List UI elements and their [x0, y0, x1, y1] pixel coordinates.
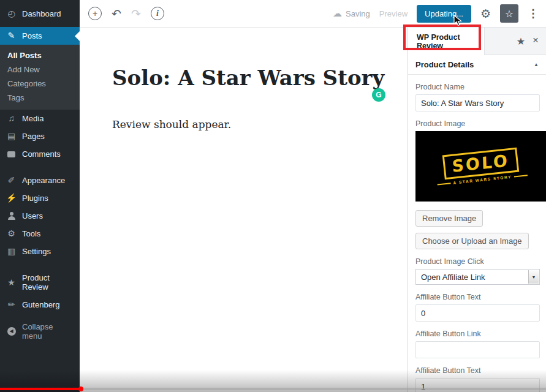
sidebar-item-label: Dashboard — [22, 9, 61, 18]
save-status: ☁ Saving — [333, 8, 370, 19]
sidebar-item-label: Pages — [22, 132, 45, 141]
appearance-brush-icon: ✐ — [6, 176, 17, 185]
star-icon: ☆ — [505, 8, 514, 20]
choose-upload-image-button[interactable]: Choose or Upload an Image — [415, 233, 529, 249]
gutenberg-pencil-icon: ✏ — [6, 300, 17, 309]
sidebar-item-label: Plugins — [22, 194, 48, 203]
sidebar-item-tools[interactable]: ⚙ Tools — [0, 225, 80, 243]
settings-gear-icon[interactable]: ⚙ — [480, 8, 491, 20]
product-image-click-label: Product Image Click — [415, 257, 540, 266]
panel-body: Product Name Product Image SOLO A STAR W… — [408, 83, 546, 392]
post-title[interactable]: Solo: A Star Wars Story — [112, 66, 384, 90]
sidebar-item-label: Posts — [22, 31, 42, 40]
collapse-caret-icon: ▲ — [534, 62, 539, 67]
sidebar-item-label: Gutenberg — [22, 300, 59, 309]
sidebar-item-label: Appearance — [22, 176, 65, 185]
wordpress-editor-screen: ◴ Dashboard ✎ Posts All Posts Add New Ca… — [0, 0, 546, 392]
posts-pin-icon: ✎ — [6, 31, 17, 40]
affiliate-button-link-label: Affiliate Button Link — [415, 330, 540, 338]
panel-close-icon[interactable]: × — [533, 34, 539, 47]
sidebar-item-settings[interactable]: ▥ Settings — [0, 243, 80, 260]
submenu-item-all-posts[interactable]: All Posts — [0, 48, 80, 62]
sidebar-item-label: Collapse menu — [22, 322, 74, 341]
dashboard-icon: ◴ — [6, 9, 17, 18]
select-value: Open Affiliate Link — [421, 273, 485, 282]
panel-header: WP Product Review ★ × — [408, 28, 546, 55]
sidebar-item-posts[interactable]: ✎ Posts — [0, 27, 80, 45]
plugins-plug-icon: ⚡ — [6, 194, 17, 203]
sidebar-item-label: Settings — [22, 247, 51, 256]
product-review-star-icon: ★ — [6, 278, 17, 287]
sidebar-item-dashboard[interactable]: ◴ Dashboard — [0, 5, 80, 23]
image-click-select[interactable]: Open Affiliate Link ▼ — [415, 269, 540, 285]
sidebar-item-label: Product Review — [22, 273, 74, 292]
affiliate-button-link-input[interactable] — [415, 341, 540, 358]
posts-submenu: All Posts Add New Categories Tags — [0, 45, 80, 110]
editor-toolbar: + ↶ ↷ i ☁ Saving Preview Updating... ⚙ ☆… — [80, 0, 546, 28]
affiliate-button-text-input[interactable] — [415, 304, 540, 322]
sidebar-item-comments[interactable]: Comments — [0, 145, 80, 163]
section-product-details[interactable]: Product Details ▲ — [408, 55, 546, 75]
editor-canvas: Solo: A Star Wars Story G Review should … — [80, 28, 408, 392]
submenu-item-tags[interactable]: Tags — [0, 91, 80, 105]
sidebar-item-appearance[interactable]: ✐ Appearance — [0, 172, 80, 189]
product-image-preview: SOLO A STAR WARS STORY — [415, 131, 546, 202]
active-menu-arrow — [70, 31, 80, 41]
affiliate-button-text-label: Affiliate Button Text — [415, 293, 540, 301]
admin-sidebar: ◴ Dashboard ✎ Posts All Posts Add New Ca… — [0, 0, 80, 392]
redo-button[interactable]: ↷ — [131, 8, 141, 20]
grammarly-icon[interactable]: G — [372, 88, 385, 102]
sidebar-item-label: Tools — [22, 229, 40, 238]
submenu-item-categories[interactable]: Categories — [0, 77, 80, 91]
update-button[interactable]: Updating... — [417, 5, 471, 23]
solo-logo: SOLO A STAR WARS STORY — [434, 146, 527, 186]
sidebar-item-pages[interactable]: ▤ Pages — [0, 127, 80, 145]
preview-button[interactable]: Preview — [379, 9, 408, 18]
sidebar-item-product-review[interactable]: ★ Product Review — [0, 269, 80, 296]
select-dropdown-caret-icon: ▼ — [528, 270, 539, 284]
logo-line — [437, 182, 450, 184]
sidebar-item-users[interactable]: Users — [0, 207, 80, 225]
post-paragraph[interactable]: Review should appear. — [112, 118, 231, 130]
video-progress-fill — [0, 388, 81, 390]
settings-sliders-icon: ▥ — [6, 247, 17, 256]
sidebar-item-label: Media — [22, 114, 44, 123]
collapse-arrow-icon: ◀ — [7, 327, 16, 336]
product-image-label: Product Image — [415, 119, 540, 128]
panel-pin-star-icon[interactable]: ★ — [517, 36, 525, 47]
submenu-item-add-new[interactable]: Add New — [0, 62, 80, 77]
sidebar-item-gutenberg[interactable]: ✏ Gutenberg — [0, 296, 80, 314]
logo-line — [514, 174, 527, 176]
save-status-label: Saving — [346, 9, 370, 18]
section-title: Product Details — [415, 60, 474, 69]
sidebar-item-label: Users — [22, 211, 43, 221]
affiliate-button-text2-label: Affiliate Button Text — [415, 366, 540, 375]
more-menu-button[interactable]: ⋮ — [528, 8, 539, 19]
wp-product-review-panel: WP Product Review ★ × Product Details ▲ … — [408, 28, 546, 392]
media-icon: ♫ — [6, 114, 17, 123]
sidebar-item-media[interactable]: ♫ Media — [0, 110, 80, 127]
video-progress-handle[interactable] — [78, 386, 83, 391]
comments-bubble-icon — [7, 151, 15, 157]
cloud-icon: ☁ — [333, 8, 342, 19]
plugin-sidebar-toggle-button[interactable]: ☆ — [500, 4, 518, 23]
remove-image-button[interactable]: Remove Image — [415, 210, 483, 227]
solo-logo-title: SOLO — [452, 151, 509, 176]
panel-tab-wp-product-review[interactable]: WP Product Review — [408, 28, 485, 55]
undo-button[interactable]: ↶ — [112, 8, 121, 20]
product-name-label: Product Name — [415, 83, 540, 91]
product-name-input[interactable] — [415, 94, 540, 111]
pages-icon: ▤ — [6, 132, 17, 141]
sidebar-item-collapse-menu[interactable]: ◀ Collapse menu — [0, 318, 80, 345]
users-person-icon — [7, 212, 16, 220]
sidebar-item-label: Comments — [22, 149, 61, 159]
sidebar-item-plugins[interactable]: ⚡ Plugins — [0, 189, 80, 207]
content-info-button[interactable]: i — [151, 7, 164, 20]
tools-wrench-icon: ⚙ — [6, 229, 17, 238]
block-inserter-button[interactable]: + — [88, 7, 102, 20]
